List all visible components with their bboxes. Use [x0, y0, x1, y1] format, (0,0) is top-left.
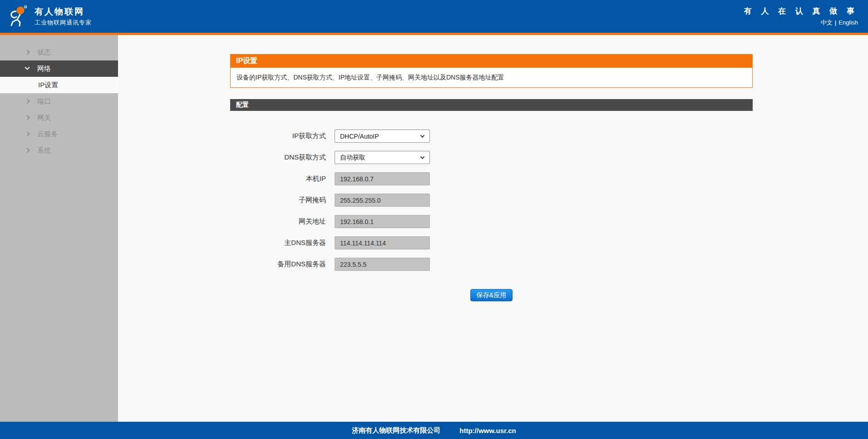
usr-logo-icon: R — [6, 5, 29, 28]
chevron-down-icon — [420, 155, 425, 159]
subnet-mask-label: 子网掩码 — [230, 196, 326, 205]
section-title-config: 配置 — [230, 99, 753, 111]
gateway-field — [335, 215, 430, 228]
page-title: IP设置 — [230, 54, 753, 68]
sidebar-item-label: 状态 — [37, 48, 51, 57]
sidebar-item-label: 端口 — [37, 97, 51, 106]
ip-settings-panel: IP设置 设备的IP获取方式、DNS获取方式、IP地址设置、子网掩码、网关地址以… — [230, 54, 753, 301]
page-footer: 济南有人物联网技术有限公司 http://www.usr.cn — [0, 422, 868, 439]
sidebar-item-system[interactable]: 系统 — [0, 142, 118, 159]
local-ip-field — [335, 172, 430, 185]
button-row: 保存&应用 — [230, 289, 753, 301]
lang-chinese-link[interactable]: 中文 — [821, 19, 833, 26]
sidebar-item-network[interactable]: 网络 — [0, 60, 118, 77]
save-apply-button[interactable]: 保存&应用 — [470, 289, 513, 301]
primary-dns-label: 主DNS服务器 — [230, 239, 326, 247]
page-description: 设备的IP获取方式、DNS获取方式、IP地址设置、子网掩码、网关地址以及DNS服… — [230, 68, 753, 88]
svg-text:R: R — [25, 6, 27, 9]
form-row-ip-mode: IP获取方式 DHCP/AutoIP — [230, 130, 753, 143]
lang-separator: | — [835, 19, 837, 26]
chevron-down-icon — [420, 133, 425, 138]
chevron-right-icon — [25, 131, 30, 136]
footer-company: 济南有人物联网技术有限公司 — [352, 426, 440, 435]
chevron-down-icon — [25, 65, 30, 70]
header-right: 有 人 在 认 真 做 事 中文|English — [744, 6, 858, 27]
sidebar-item-gateway[interactable]: 网关 — [0, 110, 118, 126]
ip-mode-selected-value: DHCP/AutoIP — [340, 133, 379, 140]
form-row-local-ip: 本机IP — [230, 172, 753, 185]
language-switcher: 中文|English — [744, 19, 858, 27]
main-content: IP设置 设备的IP获取方式、DNS获取方式、IP地址设置、子网掩码、网关地址以… — [118, 35, 868, 422]
secondary-dns-field — [335, 258, 430, 271]
sidebar-nav: 状态 网络 IP设置 端口 网关 云服务 系统 — [0, 35, 118, 422]
brand-subtitle: 工业物联网通讯专家 — [35, 19, 92, 27]
form-row-primary-dns: 主DNS服务器 — [230, 236, 753, 249]
ip-settings-form: IP获取方式 DHCP/AutoIP DNS获取方式 自动获取 本机IP — [230, 130, 753, 301]
top-header: R 有人物联网 工业物联网通讯专家 有 人 在 认 真 做 事 中文|Engli… — [0, 0, 868, 33]
dns-mode-select[interactable]: 自动获取 — [335, 151, 430, 164]
dns-mode-selected-value: 自动获取 — [340, 154, 365, 162]
primary-dns-field — [335, 236, 430, 249]
sidebar-item-cloud-service[interactable]: 云服务 — [0, 126, 118, 142]
sidebar-item-label: 网关 — [37, 114, 51, 122]
ip-mode-select[interactable]: DHCP/AutoIP — [335, 130, 430, 143]
lang-english-link[interactable]: English — [838, 19, 858, 26]
footer-url-link[interactable]: http://www.usr.cn — [459, 427, 516, 434]
brand-block: R 有人物联网 工业物联网通讯专家 — [6, 5, 92, 28]
brand-text: 有人物联网 工业物联网通讯专家 — [35, 6, 92, 27]
header-slogan: 有 人 在 认 真 做 事 — [744, 6, 858, 16]
sidebar-subitem-label: IP设置 — [38, 81, 58, 90]
chevron-right-icon — [25, 50, 30, 55]
gateway-label: 网关地址 — [230, 217, 326, 226]
secondary-dns-label: 备用DNS服务器 — [230, 260, 326, 269]
form-row-dns-mode: DNS获取方式 自动获取 — [230, 151, 753, 164]
form-row-gateway: 网关地址 — [230, 215, 753, 228]
sidebar-item-label: 云服务 — [37, 130, 58, 139]
chevron-right-icon — [25, 99, 30, 104]
chevron-right-icon — [25, 115, 30, 120]
form-row-secondary-dns: 备用DNS服务器 — [230, 258, 753, 271]
sidebar-item-label: 系统 — [37, 146, 51, 155]
sidebar-item-port[interactable]: 端口 — [0, 93, 118, 110]
form-row-subnet-mask: 子网掩码 — [230, 194, 753, 207]
sidebar-item-status[interactable]: 状态 — [0, 44, 118, 60]
chevron-right-icon — [25, 148, 30, 153]
sidebar-item-ip-settings[interactable]: IP设置 — [0, 77, 118, 93]
dns-mode-label: DNS获取方式 — [230, 153, 326, 162]
subnet-mask-field — [335, 194, 430, 207]
ip-mode-label: IP获取方式 — [230, 132, 326, 140]
local-ip-label: 本机IP — [230, 175, 326, 183]
brand-title: 有人物联网 — [35, 6, 92, 18]
sidebar-item-label: 网络 — [37, 65, 51, 73]
